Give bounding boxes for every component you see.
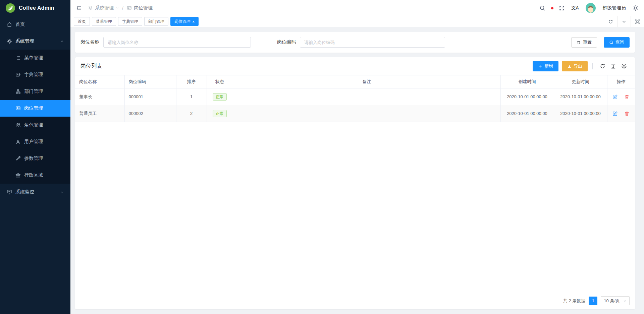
sidebar-item-label: 系统管理 <box>15 38 34 44</box>
id-badge-icon <box>15 106 21 111</box>
delete-trash-icon[interactable] <box>624 111 630 116</box>
col-header-code: 岗位编码 <box>124 75 176 88</box>
sidebar-item-region-mgmt[interactable]: 行政区域 <box>0 167 70 184</box>
sidebar-item-label: 用户管理 <box>24 139 43 145</box>
cell-remark <box>233 105 500 122</box>
dictionary-icon <box>15 72 21 77</box>
cell-name: 普通员工 <box>75 105 124 122</box>
sidebar-item-label: 参数管理 <box>24 155 43 162</box>
gear-icon <box>7 39 12 44</box>
reset-label: 重置 <box>583 39 592 45</box>
content: 岗位名称 岗位编码 重置 查询 <box>70 27 644 314</box>
post-code-label: 岗位编码 <box>277 39 296 45</box>
col-header-created: 创建时间 <box>500 75 554 88</box>
sidebar-item-label: 岗位管理 <box>24 105 43 111</box>
tab-label: 首页 <box>78 19 86 24</box>
col-header-remark: 备注 <box>233 75 500 88</box>
cell-code: 000001 <box>124 88 176 105</box>
chevron-down-icon[interactable] <box>617 16 631 27</box>
avatar[interactable] <box>586 3 596 13</box>
user-name[interactable]: 超级管理员 <box>602 5 626 11</box>
add-button[interactable]: 新增 <box>533 61 558 71</box>
col-header-updated: 更新时间 <box>554 75 607 88</box>
export-label: 导出 <box>574 63 582 69</box>
sidebar-item-label: 系统监控 <box>15 189 34 195</box>
sidebar-collapse-icon[interactable] <box>76 5 82 11</box>
search-icon[interactable] <box>539 5 545 11</box>
page-size-select[interactable]: 10 条/页 <box>601 296 630 305</box>
status-badge: 正常 <box>213 110 227 117</box>
reset-button[interactable]: 重置 <box>571 37 597 48</box>
action-divider <box>621 95 621 99</box>
sidebar-item-dept-mgmt[interactable]: 部门管理 <box>0 83 70 100</box>
cell-sort: 2 <box>176 105 207 122</box>
refresh-icon[interactable] <box>604 16 617 27</box>
row-height-icon[interactable] <box>610 63 616 69</box>
tab-home[interactable]: 首页 <box>74 17 90 26</box>
main-area: 系统管理 / 岗位管理 文A <box>70 0 644 314</box>
post-name-input[interactable] <box>103 37 251 48</box>
export-button[interactable]: 导出 <box>562 61 588 71</box>
wrench-icon <box>15 156 21 161</box>
chevron-down-icon <box>623 299 627 303</box>
fullscreen-icon[interactable] <box>559 5 565 11</box>
page-number-button[interactable]: 1 <box>589 297 597 305</box>
trash-icon <box>577 40 581 45</box>
cell-created: 2020-10-01 00:00:00 <box>500 105 554 122</box>
sidebar-item-label: 首页 <box>15 21 25 27</box>
download-icon <box>567 64 572 68</box>
post-list-card: 岗位列表 新增 导出 <box>75 57 635 309</box>
sidebar-item-param-mgmt[interactable]: 参数管理 <box>0 150 70 167</box>
table-header-row: 岗位名称 岗位编码 排序 状态 备注 创建时间 更新时间 操作 <box>75 75 635 88</box>
tab-dept-mgmt[interactable]: 部门管理 <box>144 17 168 26</box>
col-header-name: 岗位名称 <box>75 75 124 88</box>
sidebar-item-monitor[interactable]: 系统监控 <box>0 184 70 200</box>
sidebar-item-post-mgmt[interactable]: 岗位管理 <box>0 100 70 117</box>
col-header-actions: 操作 <box>607 75 635 88</box>
refresh-icon[interactable] <box>600 63 606 69</box>
sidebar: Coffee Admin 首页 系统管理 菜单管理 字典管理 <box>0 0 70 314</box>
sidebar-submenu-system: 菜单管理 字典管理 部门管理 岗位管理 角色管理 <box>0 50 70 184</box>
breadcrumb-parent[interactable]: 系统管理 <box>95 5 114 11</box>
maximize-view-icon[interactable] <box>631 16 644 27</box>
sidebar-item-user-mgmt[interactable]: 用户管理 <box>0 133 70 150</box>
cell-status: 正常 <box>207 88 233 105</box>
column-settings-gear-icon[interactable] <box>621 63 627 69</box>
edit-icon[interactable] <box>612 94 618 100</box>
cell-name: 董事长 <box>75 88 124 105</box>
spring-leaf-logo-icon <box>5 3 15 13</box>
post-code-field-group: 岗位编码 <box>277 37 445 48</box>
table-row: 普通员工 000002 2 正常 2020-10-01 00:00:00 202… <box>75 105 635 122</box>
translate-icon[interactable]: 文A <box>572 5 579 11</box>
app-title: Coffee Admin <box>19 5 54 11</box>
home-icon <box>7 22 12 27</box>
plus-icon <box>538 64 542 68</box>
tab-post-mgmt[interactable]: 岗位管理 x <box>170 17 199 26</box>
sidebar-item-home[interactable]: 首页 <box>0 16 70 33</box>
cell-status: 正常 <box>207 105 233 122</box>
pagination-total: 共 2 条数据 <box>563 298 585 304</box>
sidebar-item-menu-mgmt[interactable]: 菜单管理 <box>0 50 70 66</box>
cell-sort: 1 <box>176 88 207 105</box>
breadcrumb-current: 岗位管理 <box>134 5 153 11</box>
search-button[interactable]: 查询 <box>604 37 630 48</box>
sidebar-item-system[interactable]: 系统管理 <box>0 33 70 50</box>
tab-dict-mgmt[interactable]: 字典管理 <box>118 17 142 26</box>
chevron-down-icon <box>116 6 119 9</box>
sidebar-item-label: 部门管理 <box>24 88 43 95</box>
post-code-input[interactable] <box>300 37 445 48</box>
edit-icon[interactable] <box>612 111 618 116</box>
post-table: 岗位名称 岗位编码 排序 状态 备注 创建时间 更新时间 操作 董事长 0000… <box>75 75 635 122</box>
tab-label: 字典管理 <box>122 19 138 24</box>
cell-actions <box>607 105 635 122</box>
add-label: 新增 <box>544 63 553 69</box>
tab-menu-mgmt[interactable]: 菜单管理 <box>92 17 116 26</box>
delete-trash-icon[interactable] <box>624 94 630 100</box>
sidebar-item-dict-mgmt[interactable]: 字典管理 <box>0 66 70 83</box>
settings-gear-icon[interactable] <box>633 5 639 11</box>
topbar-actions: 文A 超级管理员 <box>539 3 639 13</box>
pagination: 共 2 条数据 1 10 条/页 <box>75 292 635 309</box>
chevron-down-icon <box>60 190 64 194</box>
tab-close-icon[interactable]: x <box>193 20 195 23</box>
sidebar-item-role-mgmt[interactable]: 角色管理 <box>0 117 70 133</box>
